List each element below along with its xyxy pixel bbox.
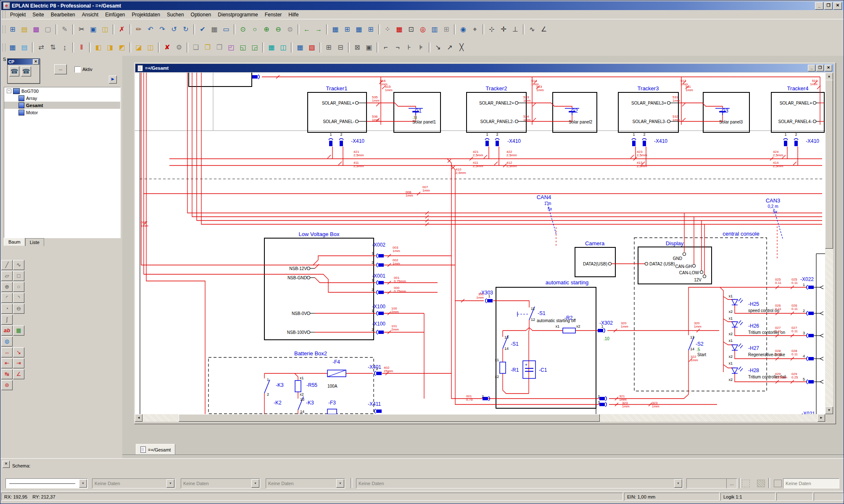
tb1-icon-15[interactable]: ↷ [156,24,168,35]
tb1-icon-49[interactable]: ⊥ [509,24,521,35]
tb1-icon-34[interactable]: ▦ [353,24,365,35]
tree-root[interactable]: −BoGT00 [4,87,120,94]
chevron-down-icon[interactable]: ▼ [336,479,344,488]
tb2-icon-39[interactable]: ¬ [392,42,404,53]
tb1-icon-51[interactable]: ∿ [526,24,538,35]
tb1-icon-39[interactable]: ⊡ [405,24,417,35]
tb2-icon-22[interactable]: ◰ [225,42,237,53]
tb2-icon-27[interactable]: ◫ [277,42,289,53]
browse-dots-button[interactable]: ... [726,478,737,488]
chevron-down-icon[interactable]: ▼ [251,479,259,488]
tb1-icon-41[interactable]: ▥ [429,24,440,35]
schematic-titlebar[interactable]: =+/Gesamt _ ❐ ✕ [135,64,834,72]
tb2-icon-30[interactable]: ▧ [306,42,318,53]
data-combo-1[interactable]: Keine Daten ▼ [92,478,175,488]
menu-dienstprogramme[interactable]: Dienstprogramme [214,10,261,19]
tb1-icon-3[interactable]: ▢ [42,24,54,35]
tb1-icon-32[interactable]: ▦ [330,24,341,35]
tb2-icon-19[interactable]: ❏ [190,42,202,53]
tb1-icon-14[interactable]: ↶ [145,24,156,35]
tb1-icon-29[interactable]: ← [301,24,313,35]
draw-tool-icon-21[interactable]: ∠ [13,369,24,379]
tb2-icon-32[interactable]: ⊞ [323,42,335,53]
tree-item-motor[interactable]: Motor [4,109,120,116]
menu-ansicht[interactable]: Ansicht [79,10,102,19]
tb1-icon-5[interactable]: ✎ [59,24,71,35]
tb2-icon-16[interactable]: ✘ [161,42,173,53]
tb1-icon-16[interactable]: ↺ [168,24,180,35]
cp-close-icon[interactable]: ✕ [33,59,39,65]
tb1-icon-47[interactable]: ⊹ [486,24,498,35]
draw-tool-icon-9[interactable]: ⊖ [13,304,24,314]
tb2-icon-11[interactable]: ◩ [116,42,128,53]
scroll-down-icon[interactable]: ▼ [825,407,833,414]
chevron-down-icon[interactable]: ▼ [674,479,682,488]
scroll-left-icon[interactable]: ◄ [135,414,142,422]
horizontal-scroll-thumb[interactable] [179,414,600,422]
tb1-icon-25[interactable]: ⊕ [261,24,272,35]
draw-tool-icon-20[interactable]: ↹ [1,369,13,379]
draw-tool-icon-10[interactable]: ∫ [1,315,13,325]
tb1-icon-23[interactable]: ⊙ [237,24,249,35]
tb2-icon-7[interactable]: ‖ [76,42,87,53]
cp-mini-window[interactable]: CP ✕ ☎ ☎ [7,58,40,84]
maximize-button[interactable]: ❐ [824,2,833,10]
toolbar2-handle[interactable] [3,44,5,51]
draw-tool-icon-16[interactable]: ↔ [1,347,13,357]
tab-liste[interactable]: Liste [25,238,44,246]
tb2-icon-4[interactable]: ⇅ [47,42,59,53]
chevron-down-icon[interactable]: ▼ [79,479,87,488]
tb2-icon-14[interactable]: ◫ [145,42,156,53]
menu-optionen[interactable]: Optionen [187,10,215,19]
menu-einfügen[interactable]: Einfügen [102,10,128,19]
tb1-icon-17[interactable]: ↻ [180,24,192,35]
tb2-icon-13[interactable]: ◪ [133,42,145,53]
tb2-icon-29[interactable]: ▦ [294,42,306,53]
menu-suchen[interactable]: Suchen [164,10,187,19]
tb2-icon-44[interactable]: ↗ [444,42,456,53]
tb2-icon-0[interactable]: ▦ [7,42,18,53]
menu-projektdaten[interactable]: Projektdaten [129,10,164,19]
tb1-icon-37[interactable]: ⁘ [382,24,393,35]
tb2-icon-5[interactable]: ↨ [59,42,71,53]
schematic-canvas[interactable]: Tracker1Tracker2Tracker3Tracker4SOLAR_PA… [135,73,825,414]
draw-tool-icon-22[interactable]: ⊚ [1,380,13,390]
tb1-icon-0[interactable]: ⊞ [7,24,18,35]
draw-tool-icon-19[interactable]: ⇥ [13,358,24,368]
tb2-icon-35[interactable]: ⊠ [351,42,363,53]
tb1-icon-48[interactable]: ✛ [498,24,509,35]
tb2-icon-21[interactable]: ❒ [214,42,225,53]
draw-tool-icon-12[interactable]: ab [1,326,13,336]
tb1-icon-1[interactable]: ▤ [18,24,30,35]
tb2-icon-17[interactable]: ⚙ [173,42,185,53]
doc-close-button[interactable]: ✕ [825,65,832,71]
collapse-icon[interactable]: − [7,89,11,93]
tb1-icon-45[interactable]: ⌖ [469,24,481,35]
tb1-icon-20[interactable]: ▦ [208,24,220,35]
menu-hilfe[interactable]: Hilfe [285,10,302,19]
tb2-icon-1[interactable]: ▤ [18,42,30,53]
toolbar1-handle[interactable] [3,26,5,33]
tb1-icon-26[interactable]: ⊖ [272,24,284,35]
tb1-icon-38[interactable]: ▦ [393,24,405,35]
vertical-scrollbar[interactable]: ▲ ▼ [825,73,833,414]
scroll-up-icon[interactable]: ▲ [825,73,833,80]
doc-minimize-button[interactable]: _ [808,65,815,71]
draw-tool-icon-13[interactable]: ▦ [13,326,24,336]
draw-tool-icon-5[interactable]: ○ [13,282,24,292]
tb2-icon-24[interactable]: ◲ [249,42,261,53]
data-combo-3[interactable]: Keine Daten ▼ [266,478,345,488]
draw-tool-icon-0[interactable]: ╱ [1,260,13,270]
cp-titlebar[interactable]: CP ✕ [8,59,40,65]
menu-seite[interactable]: Seite [29,10,47,19]
tb1-icon-11[interactable]: ✗ [116,24,128,35]
data-combo-wide[interactable]: Keine Daten ▼ [356,478,683,488]
menu-fenster[interactable]: Fenster [261,10,285,19]
tb2-icon-40[interactable]: ⊦ [404,42,415,53]
tb1-icon-24[interactable]: ○ [249,24,261,35]
tb1-icon-2[interactable]: ▩ [30,24,42,35]
tb2-icon-10[interactable]: ◨ [104,42,116,53]
tb2-icon-41[interactable]: ⊧ [415,42,427,53]
tb2-icon-23[interactable]: ◱ [237,42,249,53]
close-button[interactable]: ✕ [833,2,842,10]
